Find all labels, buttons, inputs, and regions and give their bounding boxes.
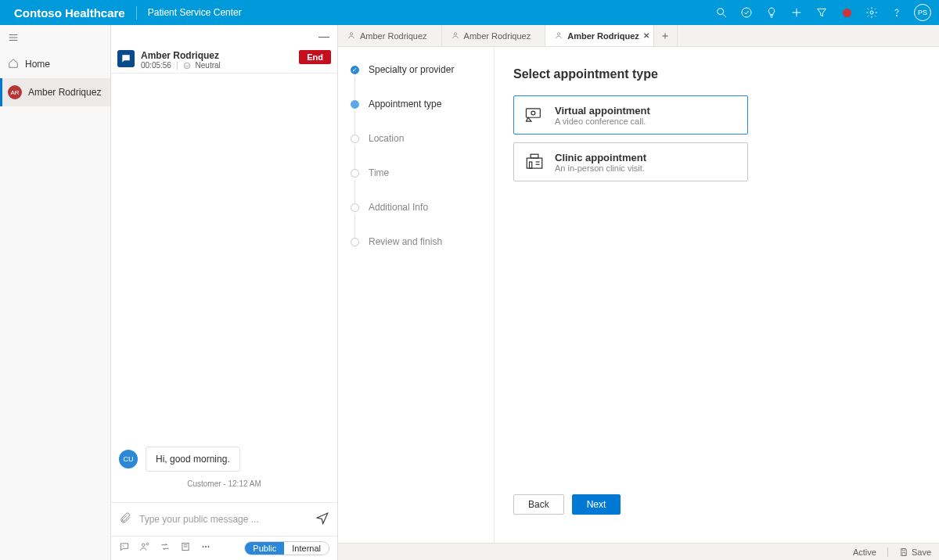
close-tab-icon[interactable]: ✕ <box>643 31 649 40</box>
clinic-appointment-icon <box>523 151 545 173</box>
end-call-button[interactable]: End <box>299 50 331 64</box>
call-duration: 00:05:56 <box>141 61 171 70</box>
patient-avatar-icon: AR <box>8 85 22 99</box>
message-meta: Customer - 12:12 AM <box>119 476 329 494</box>
virtual-appointment-icon <box>523 104 545 126</box>
wizard-step-time[interactable]: Time <box>351 167 481 178</box>
svg-point-10 <box>184 63 190 69</box>
wizard-step-location[interactable]: Location <box>351 133 481 144</box>
message-composer <box>111 502 337 536</box>
patient-name: Amber Rodriquez <box>141 50 221 61</box>
svg-line-1 <box>723 14 726 17</box>
tab-patient-3[interactable]: Amber Rodriquez ✕ <box>545 25 654 46</box>
option-virtual-appointment[interactable]: Virtual appointment A video conference c… <box>513 95 748 135</box>
main-area: Amber Rodriquez Amber Rodriquez Amber Ro… <box>338 25 939 560</box>
step-dot-icon <box>351 203 359 212</box>
step-dot-icon <box>351 66 359 74</box>
lightbulb-icon[interactable] <box>759 0 784 25</box>
add-icon[interactable] <box>784 0 809 25</box>
left-sidebar: Home AR Amber Rodriquez <box>0 25 111 560</box>
svg-point-21 <box>208 546 209 547</box>
svg-rect-32 <box>902 548 905 551</box>
appointment-type-panel: Select appointment type Virtual appointm… <box>495 47 939 543</box>
user-avatar[interactable]: PS <box>914 4 931 21</box>
back-button[interactable]: Back <box>513 494 564 515</box>
composer-toolbar: Public Internal <box>111 536 337 560</box>
message-mode-toggle[interactable]: Public Internal <box>244 541 329 555</box>
svg-rect-33 <box>902 552 905 555</box>
wizard-step-additional-info[interactable]: Additional Info <box>351 202 481 213</box>
step-label: Time <box>369 167 389 178</box>
wizard-step-appointment-type[interactable]: Appointment type <box>351 99 481 109</box>
record-state: Active <box>853 547 876 557</box>
svg-point-5 <box>870 11 873 14</box>
panel-heading: Select appointment type <box>513 67 920 81</box>
person-icon <box>555 31 563 41</box>
message-list: CU Hi, good morning. Customer - 12:12 AM <box>111 74 337 502</box>
consult-icon[interactable] <box>139 541 150 555</box>
svg-point-0 <box>718 9 724 15</box>
help-icon[interactable] <box>884 0 909 25</box>
tab-patient-2[interactable]: Amber Rodriquez <box>442 25 546 46</box>
step-label: Location <box>369 133 404 144</box>
transfer-icon[interactable] <box>160 541 171 555</box>
mode-public[interactable]: Public <box>245 542 284 555</box>
sentiment-label: Neutral <box>196 61 221 70</box>
svg-point-6 <box>896 15 897 16</box>
svg-point-2 <box>742 8 751 17</box>
message-input[interactable] <box>139 514 308 525</box>
svg-rect-25 <box>526 109 540 117</box>
quick-reply-icon[interactable] <box>119 541 130 555</box>
conversation-header: Amber Rodriquez 00:05:56 | Neutral End <box>111 47 337 74</box>
app-topbar: Contoso Healthcare Patient Service Cente… <box>0 0 939 25</box>
task-icon[interactable] <box>734 0 759 25</box>
search-icon[interactable] <box>709 0 734 25</box>
add-tab-button[interactable]: ＋ <box>654 25 678 46</box>
mode-internal[interactable]: Internal <box>284 542 329 555</box>
settings-gear-icon[interactable] <box>859 0 884 25</box>
option-title: Clinic appointment <box>555 152 646 163</box>
step-label: Review and finish <box>369 236 442 247</box>
step-dot-icon <box>351 238 359 246</box>
home-icon <box>8 58 19 71</box>
sidebar-item-patient[interactable]: AR Amber Rodriquez <box>0 78 110 106</box>
svg-point-19 <box>203 546 203 547</box>
svg-point-15 <box>146 543 148 544</box>
svg-point-20 <box>205 546 206 547</box>
step-dot-icon <box>351 135 359 143</box>
wizard-step-review[interactable]: Review and finish <box>351 236 481 247</box>
svg-rect-29 <box>530 162 532 168</box>
save-button[interactable]: Save <box>899 547 931 557</box>
status-bar: Active Save <box>338 543 939 560</box>
conversation-panel: — Amber Rodriquez 00:05:56 | Neutral End… <box>111 25 338 560</box>
wizard-steps: Specialty or provider Appointment type L… <box>338 47 495 543</box>
notes-icon[interactable] <box>180 541 191 555</box>
filter-icon[interactable] <box>809 0 834 25</box>
message-row: CU Hi, good morning. <box>119 447 329 472</box>
option-desc: An in-person clinic visit. <box>555 163 646 173</box>
record-indicator-icon[interactable] <box>834 0 859 25</box>
sidebar-item-label: Amber Rodriquez <box>28 87 101 98</box>
sidebar-item-home[interactable]: Home <box>0 50 110 78</box>
tab-label: Amber Rodriquez <box>464 31 531 41</box>
message-bubble: Hi, good morning. <box>146 447 240 472</box>
send-icon[interactable] <box>315 511 329 528</box>
module-title: Patient Service Center <box>148 7 242 18</box>
svg-point-24 <box>558 32 560 34</box>
svg-point-23 <box>454 32 456 34</box>
tab-patient-1[interactable]: Amber Rodriquez <box>338 25 442 46</box>
minimize-icon[interactable]: — <box>318 30 329 42</box>
step-label: Appointment type <box>369 99 441 109</box>
chat-channel-icon <box>117 50 135 67</box>
wizard-step-specialty[interactable]: Specialty or provider <box>351 64 481 75</box>
svg-rect-28 <box>531 154 538 158</box>
attach-icon[interactable] <box>119 512 131 527</box>
svg-point-26 <box>531 111 535 115</box>
more-icon[interactable] <box>200 541 211 555</box>
sidebar-toggle[interactable] <box>0 25 110 50</box>
next-button[interactable]: Next <box>572 494 621 515</box>
option-clinic-appointment[interactable]: Clinic appointment An in-person clinic v… <box>513 142 748 181</box>
svg-point-14 <box>142 544 146 547</box>
save-label: Save <box>912 547 931 557</box>
sender-avatar-icon: CU <box>119 450 138 468</box>
